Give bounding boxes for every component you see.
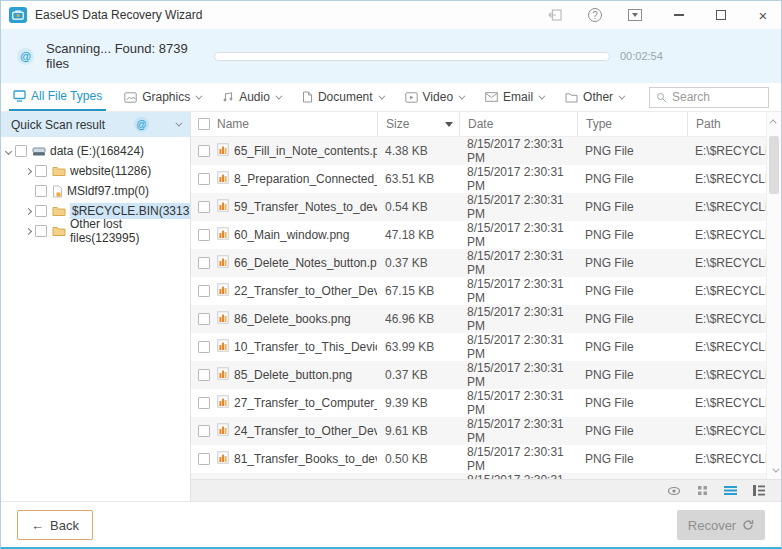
- tree-checkbox[interactable]: [15, 145, 27, 157]
- scroll-down-icon[interactable]: [767, 463, 781, 477]
- file-path: E:\$RECYCLE.BI...: [687, 200, 766, 214]
- sort-caret-icon[interactable]: [445, 122, 453, 127]
- table-row[interactable]: 65_Fill_in_Note_contents.png 4.38 KB 8/1…: [191, 137, 766, 165]
- select-all-checkbox[interactable]: [198, 118, 210, 130]
- tree-label: website(11286): [70, 164, 151, 178]
- tab-label: Other: [583, 90, 613, 104]
- tab-all-file-types[interactable]: All File Types: [9, 83, 106, 111]
- table-row[interactable]: 60_Main_window.png 47.18 KB 8/15/2017 2:…: [191, 221, 766, 249]
- tree-label: MSldf97.tmp(0): [67, 184, 149, 198]
- file-type: PNG File: [577, 452, 687, 466]
- expander-closed-icon[interactable]: [21, 209, 35, 214]
- tab-video[interactable]: Video: [401, 83, 467, 111]
- scanning-spinner-icon: @: [17, 48, 34, 65]
- row-checkbox[interactable]: [198, 285, 210, 297]
- row-checkbox[interactable]: [198, 257, 210, 269]
- file-type: PNG File: [577, 172, 687, 186]
- tree-checkbox[interactable]: [35, 225, 47, 237]
- table-row[interactable]: 8_Preparation_Connected_devi... 63.51 KB…: [191, 165, 766, 193]
- recover-button[interactable]: Recover: [677, 510, 765, 540]
- app-window: EaseUS Data Recovery Wizard ? × @ Scanni…: [0, 0, 782, 549]
- expander-closed-icon[interactable]: [21, 229, 35, 234]
- scrollbar-thumb[interactable]: [769, 136, 779, 194]
- file-type: PNG File: [577, 144, 687, 158]
- menu-dropdown-icon[interactable]: [627, 7, 643, 23]
- tree-item-msldf[interactable]: MSldf97.tmp(0): [21, 181, 190, 201]
- search-box[interactable]: [649, 87, 769, 108]
- tree-checkbox[interactable]: [35, 185, 47, 197]
- file-path: E:\$RECYCLE.BI...: [687, 284, 766, 298]
- row-checkbox[interactable]: [198, 397, 210, 409]
- column-header-size[interactable]: Size: [377, 112, 459, 136]
- scan-banner: @ Scanning... Found: 8739 files 00:02:54: [1, 29, 781, 83]
- file-date: 8/15/2017 2:30:31 PM: [459, 165, 577, 193]
- row-checkbox[interactable]: [198, 453, 210, 465]
- email-icon: [485, 92, 498, 102]
- table-row[interactable]: 85_Delete_button.png 0.37 KB 8/15/2017 2…: [191, 361, 766, 389]
- row-checkbox[interactable]: [198, 425, 210, 437]
- tree-item-drive[interactable]: data (E:)(168424): [1, 141, 190, 161]
- row-checkbox[interactable]: [198, 341, 210, 353]
- file-name: 60_Main_window.png: [234, 228, 349, 242]
- file-type: PNG File: [577, 228, 687, 242]
- table-row[interactable]: 27_Transfer_to_Computer_Proc... 9.39 KB …: [191, 389, 766, 417]
- vertical-scrollbar[interactable]: [766, 112, 781, 479]
- close-button[interactable]: ×: [755, 7, 771, 23]
- table-row[interactable]: 59_Transfer_Notes_to_device_b... 0.54 KB…: [191, 193, 766, 221]
- scroll-up-icon[interactable]: [767, 114, 781, 128]
- table-row[interactable]: 66_Delete_Notes_button.png 0.37 KB 8/15/…: [191, 249, 766, 277]
- tree-checkbox[interactable]: [35, 205, 47, 217]
- thumbnail-grid-icon[interactable]: [697, 485, 708, 496]
- scan-elapsed-time: 00:02:54: [620, 50, 663, 62]
- folder-icon: [52, 165, 66, 177]
- row-checkbox[interactable]: [198, 369, 210, 381]
- sidebar-title: Quick Scan result: [11, 118, 134, 132]
- exit-license-icon[interactable]: [547, 7, 563, 23]
- tab-other[interactable]: Other: [561, 83, 627, 111]
- expander-open-icon[interactable]: [1, 149, 15, 154]
- table-row[interactable]: 24_Transfer_to_Other_Device_C... 9.61 KB…: [191, 417, 766, 445]
- collapse-chevron-icon[interactable]: [175, 120, 182, 127]
- folder-icon: [565, 92, 578, 103]
- table-row[interactable]: 10_Transfer_to_This_Device_By_... 63.99 …: [191, 333, 766, 361]
- column-header-type[interactable]: Type: [577, 112, 687, 136]
- table-row[interactable]: 22_Transfer_to_Other_Device_S... 67.15 K…: [191, 277, 766, 305]
- tab-email[interactable]: Email: [481, 83, 547, 111]
- file-type: PNG File: [577, 424, 687, 438]
- file-date: 8/15/2017 2:30:31 PM: [459, 249, 577, 277]
- file-type: PNG File: [577, 284, 687, 298]
- preview-eye-icon[interactable]: [667, 486, 681, 496]
- row-checkbox[interactable]: [198, 229, 210, 241]
- search-input[interactable]: [672, 90, 758, 104]
- row-checkbox[interactable]: [198, 145, 210, 157]
- column-header-name[interactable]: Name: [217, 112, 377, 136]
- tree-checkbox[interactable]: [35, 165, 47, 177]
- tree-item-website[interactable]: website(11286): [21, 161, 190, 181]
- minimize-button[interactable]: [671, 7, 687, 23]
- tab-audio[interactable]: Audio: [218, 83, 284, 111]
- column-header-date[interactable]: Date: [459, 112, 577, 136]
- expander-closed-icon[interactable]: [21, 169, 35, 174]
- column-header-path[interactable]: Path: [687, 112, 766, 136]
- file-date: 8/15/2017 2:30:31 PM: [459, 417, 577, 445]
- help-icon[interactable]: ?: [587, 7, 603, 23]
- back-button[interactable]: ← Back: [17, 510, 93, 540]
- music-icon: [222, 91, 234, 103]
- table-row[interactable]: 86_Delete_books.png 46.96 KB 8/15/2017 2…: [191, 305, 766, 333]
- tab-document[interactable]: Document: [298, 83, 387, 111]
- file-name: 24_Transfer_to_Other_Device_C...: [234, 424, 377, 438]
- row-checkbox[interactable]: [198, 313, 210, 325]
- row-checkbox[interactable]: [198, 201, 210, 213]
- table-row[interactable]: 81_Transfer_Books_to_device_b... 0.50 KB…: [191, 445, 766, 473]
- file-size: 0.54 KB: [377, 200, 459, 214]
- chevron-down-icon: [458, 92, 465, 99]
- list-view-icon[interactable]: [724, 485, 737, 496]
- tab-graphics[interactable]: Graphics: [120, 83, 204, 111]
- detail-view-icon[interactable]: [753, 485, 765, 496]
- file-path: E:\$RECYCLE.BI...: [687, 228, 766, 242]
- maximize-button[interactable]: [713, 7, 729, 23]
- tree-item-other-lost-files[interactable]: Other lost files(123995): [21, 221, 190, 241]
- row-checkbox[interactable]: [198, 173, 210, 185]
- tab-label: All File Types: [31, 89, 102, 103]
- file-path: E:\$RECYCLE.BI...: [687, 424, 766, 438]
